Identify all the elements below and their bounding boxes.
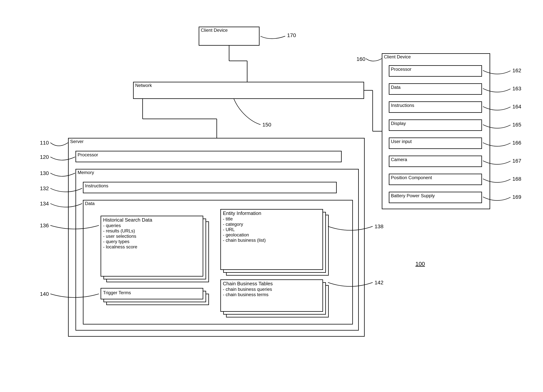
entity-item-2: - URL [223,227,321,232]
client-row-4: User input [389,137,482,149]
memory-data-label: Data [85,201,95,206]
server-label: Server [70,139,84,144]
figure-ref: 100 [415,261,425,267]
ref-168: 168 [512,176,521,182]
ref-164: 164 [512,104,521,110]
entity-item-1: - category [223,222,321,227]
ref-134: 134 [40,201,49,207]
ref-170: 170 [287,32,296,38]
server-memory-label: Memory [78,170,94,175]
memory-instructions: Instructions [83,182,337,193]
hist-item-2: - user selections [103,233,201,239]
memory-data: Data Historical Search Data - queries - … [83,200,353,324]
hist-item-3: - query types [103,239,201,244]
ref-160: 160 [356,56,365,62]
client-row-7: Battery Power Supply [389,192,482,203]
chain-item-0: - chain business queries [223,287,321,292]
server-processor: Processor [75,151,342,162]
hist-item-1: - results (URLs) [103,228,201,233]
ref-132: 132 [40,185,49,192]
chain-item-1: - chain business terms [223,292,321,297]
client-device-right: Client Device Processor Data Instruction… [382,53,490,209]
network-box: Network [133,82,364,99]
ref-166: 166 [512,140,521,146]
hist-item-0: - queries [103,223,201,228]
entity-item-0: - title [223,216,321,222]
client-row-3: Display [389,119,482,131]
ref-163: 163 [512,85,521,92]
ref-138: 138 [374,223,384,230]
client-device-top: Client Device [199,27,260,46]
client-row-5-label: Camera [391,157,407,162]
entity-title: Entity Information [223,210,321,216]
server-box: Server Processor Memory Instructions Dat… [68,138,365,337]
ref-167: 167 [512,158,521,164]
client-row-2-label: Instructions [391,103,414,108]
hist-title: Historical Search Data [103,217,201,223]
ref-150: 150 [262,122,271,128]
historical-search-data-stack: Historical Search Data - queries - resul… [101,216,203,277]
server-processor-label: Processor [78,152,98,157]
ref-110: 110 [40,140,49,146]
ref-130: 130 [40,170,49,176]
trigger-title: Trigger Terms [103,290,131,295]
client-row-0-label: Processor [391,67,411,72]
client-row-6: Position Component [389,174,482,185]
ref-140: 140 [40,291,49,297]
entity-item-4: - chain business (list) [223,238,321,243]
ref-169: 169 [512,194,521,200]
ref-136: 136 [40,222,49,229]
client-device-top-label: Client Device [201,28,228,33]
ref-120: 120 [40,154,49,160]
hist-item-4: - localness score [103,244,201,250]
client-row-7-label: Battery Power Supply [391,193,435,198]
memory-instructions-label: Instructions [85,183,108,188]
client-row-2: Instructions [389,101,482,113]
network-label: Network [135,83,152,88]
client-row-1-label: Data [391,85,401,90]
trigger-terms-stack: Trigger Terms [101,288,203,299]
ref-162: 162 [512,68,521,74]
chain-title: Chain Business Tables [223,281,321,287]
ref-142: 142 [374,280,384,286]
client-row-0: Processor [389,65,482,77]
client-row-5: Camera [389,156,482,167]
client-device-right-label: Client Device [384,54,411,60]
entity-information-stack: Entity Information - title - category - … [220,209,323,270]
client-row-6-label: Position Component [391,175,432,180]
server-memory: Memory Instructions Data Historical Sear… [75,169,359,330]
client-row-1: Data [389,83,482,95]
client-row-4-label: User input [391,139,412,144]
chain-business-stack: Chain Business Tables - chain business q… [220,279,323,312]
client-row-3-label: Display [391,121,406,126]
ref-165: 165 [512,122,521,128]
entity-item-3: - geolocation [223,232,321,238]
